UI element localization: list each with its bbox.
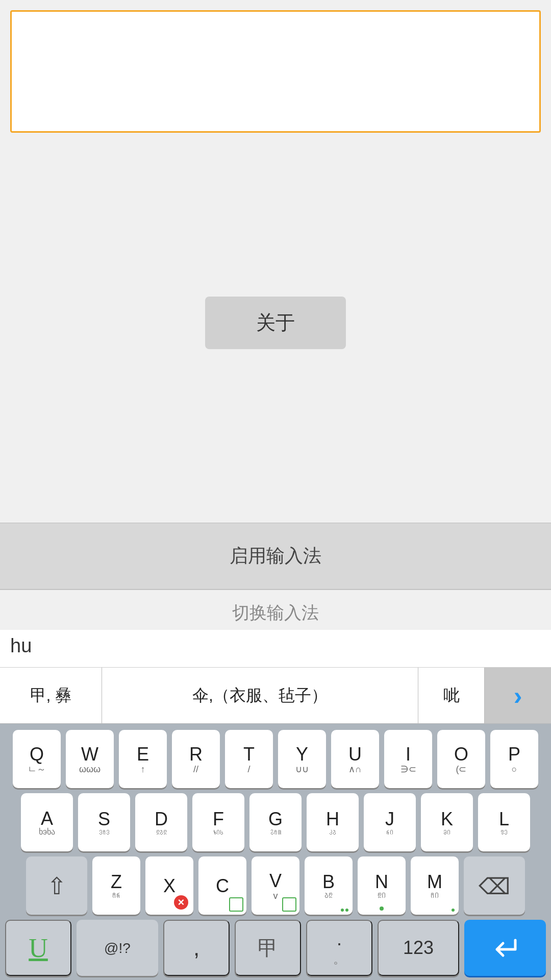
keyboard-row-1: Q ㄴ～ W ωωω E ↑ R // T / Y ∪∪ U ∧∩ I ∋⊂	[4, 730, 547, 788]
switch-ime-label: 切换输入法	[0, 590, 551, 630]
enable-ime-button[interactable]: 启用输入法	[0, 523, 551, 590]
comma-key[interactable]: ,	[163, 920, 230, 976]
key-o[interactable]: O (⊂	[437, 730, 485, 788]
candidate-more-button[interactable]: ›	[485, 668, 551, 723]
key-n[interactable]: N ᲓᲘ	[358, 856, 406, 915]
dot-key[interactable]: . 。	[306, 920, 372, 976]
text-input-area[interactable]	[10, 10, 541, 133]
numeric-key[interactable]: 123	[378, 920, 459, 976]
spacer-area: 关于	[0, 133, 551, 523]
candidate-item-2[interactable]: 呲	[418, 668, 485, 723]
enter-key[interactable]	[464, 920, 546, 976]
candidate-item-1[interactable]: 伞,（衣服、毡子）	[102, 668, 418, 723]
key-h[interactable]: H ᲙᲑ	[307, 793, 359, 851]
key-x[interactable]: X ×	[145, 856, 193, 915]
keyboard: Q ㄴ～ W ωωω E ↑ R // T / Y ∪∪ U ∧∩ I ∋⊂	[0, 724, 551, 980]
key-r[interactable]: R //	[172, 730, 220, 788]
candidate-item-0[interactable]: 甲, 彝	[0, 668, 102, 723]
key-a[interactable]: A ხэხა	[21, 793, 73, 851]
key-p[interactable]: P ○	[490, 730, 538, 788]
key-s[interactable]: S ᲕᲝᲕ	[78, 793, 130, 851]
switch-ime-section: 切换输入法 hu	[0, 590, 551, 668]
about-button[interactable]: 关于	[205, 297, 346, 349]
key-l[interactable]: L ᲤᲔ	[478, 793, 530, 851]
shift-key[interactable]: ⇧	[26, 856, 87, 915]
candidates-bar: 甲, 彝 伞,（衣服、毡子） 呲 ›	[0, 668, 551, 724]
key-w[interactable]: W ωωω	[66, 730, 114, 788]
key-v[interactable]: V v	[252, 856, 299, 915]
key-q[interactable]: Q ㄴ～	[13, 730, 61, 788]
key-k[interactable]: K ᲛᲘ	[421, 793, 473, 851]
key-m[interactable]: M ᲝᲘ	[411, 856, 459, 915]
key-b[interactable]: B ᲑᲦ	[305, 856, 353, 915]
key-i[interactable]: I ∋⊂	[384, 730, 432, 788]
key-j[interactable]: J ᲠᲘ	[364, 793, 416, 851]
keyboard-row-3: ⇧ Z ᲝᲠ X × C V v B ᲑᲦ	[4, 856, 547, 915]
switch-ime-input: hu	[0, 630, 551, 668]
backspace-key[interactable]: ⌫	[464, 856, 525, 915]
language-key[interactable]: U	[5, 920, 71, 976]
key-c[interactable]: C	[198, 856, 246, 915]
keyboard-row-2: A ხэხა S ᲕᲝᲕ D ᲓᲑᲓ F ᲖᲘᲡ G ᲒᲝᲗ H ᲙᲑ J ᲠᲘ…	[4, 793, 547, 851]
symbols-key[interactable]: @!?	[77, 920, 158, 976]
key-g[interactable]: G ᲒᲝᲗ	[249, 793, 302, 851]
key-z[interactable]: Z ᲝᲠ	[92, 856, 140, 915]
key-u[interactable]: U ∧∩	[331, 730, 379, 788]
key-e[interactable]: E ↑	[119, 730, 167, 788]
key-t[interactable]: T /	[225, 730, 273, 788]
special-char-key[interactable]: 甲	[235, 920, 301, 976]
key-d[interactable]: D ᲓᲑᲓ	[135, 793, 187, 851]
keyboard-row-4: U @!? , 甲 . 。 123	[4, 920, 547, 976]
key-y[interactable]: Y ∪∪	[278, 730, 326, 788]
key-f[interactable]: F ᲖᲘᲡ	[192, 793, 244, 851]
